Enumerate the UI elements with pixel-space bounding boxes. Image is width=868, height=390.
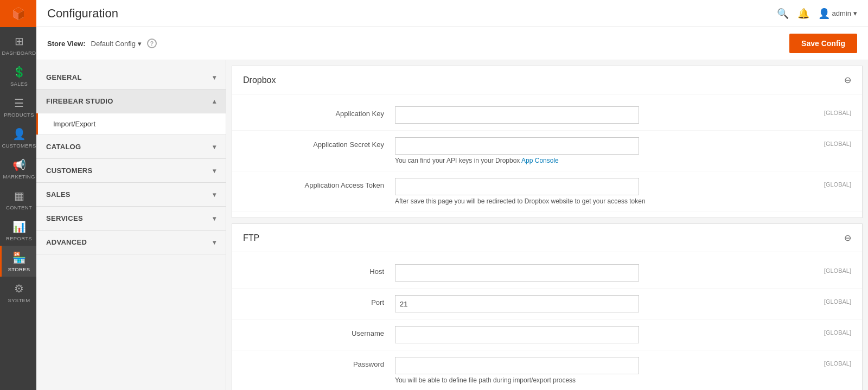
ftp-password-hint: You will be able to define file path dur… [395, 376, 808, 384]
firebear-section-label: FIREBEAR STUDIO [46, 97, 113, 105]
sidebar-item-sales[interactable]: 💲 SALES [0, 60, 36, 91]
store-view-label: Store View: [47, 40, 86, 48]
dropbox-panel-title: Dropbox [243, 75, 276, 85]
advanced-section-header[interactable]: ADVANCED ▾ [36, 231, 226, 254]
application-access-token-input-wrap: After save this page you will be redirec… [395, 178, 808, 205]
application-secret-key-label: Application Secret Key [243, 137, 395, 149]
general-chevron-icon: ▾ [213, 74, 216, 81]
user-avatar-icon: 👤 [818, 8, 830, 20]
sidebar-item-stores[interactable]: 🏪 STORES [0, 246, 36, 277]
ftp-host-input[interactable] [395, 264, 639, 282]
ftp-port-label: Port [243, 295, 395, 306]
ftp-username-row: Username [GLOBAL] [232, 319, 862, 350]
ftp-port-input-wrap [395, 295, 808, 312]
config-sidebar: GENERAL ▾ FIREBEAR STUDIO ▴ Import/Expor… [36, 60, 226, 390]
topbar-actions: 🔍 🔔 👤 admin ▾ [777, 8, 857, 20]
application-key-input-wrap [395, 106, 808, 124]
stores-icon: 🏪 [12, 251, 26, 264]
config-content: Dropbox ⊖ Application Key [GLOBAL] [226, 60, 868, 390]
application-access-token-label: Application Access Token [243, 178, 395, 189]
ftp-username-input[interactable] [395, 326, 639, 343]
store-view-chevron-icon: ▾ [138, 40, 142, 48]
config-section-firebear: FIREBEAR STUDIO ▴ Import/Export [36, 89, 226, 135]
sidebar-item-label: STORES [8, 266, 30, 272]
marketing-icon: 📢 [12, 158, 26, 171]
logo[interactable] [0, 0, 36, 27]
application-secret-key-hint: You can find your API keys in your Dropb… [395, 157, 808, 164]
user-dropdown-arrow: ▾ [853, 9, 857, 17]
sidebar: ⊞ DASHBOARD 💲 SALES ☰ PRODUCTS 👤 CUSTOME… [0, 0, 36, 390]
page-title: Configuration [47, 7, 118, 21]
config-section-sales: SALES ▾ [36, 183, 226, 207]
ftp-password-label: Password [243, 357, 395, 368]
config-section-catalog: CATALOG ▾ [36, 135, 226, 159]
ftp-host-row: Host [GLOBAL] [232, 258, 862, 289]
notifications-icon[interactable]: 🔔 [797, 8, 809, 20]
advanced-section-label: ADVANCED [46, 238, 87, 246]
application-secret-key-input[interactable] [395, 137, 639, 155]
sales-section-header[interactable]: SALES ▾ [36, 183, 226, 206]
sales-chevron-icon: ▾ [213, 191, 216, 199]
general-section-header[interactable]: GENERAL ▾ [36, 66, 226, 89]
import-export-label: Import/Export [53, 120, 95, 128]
sidebar-item-label: PRODUCTS [4, 112, 34, 118]
dropbox-collapse-button[interactable]: ⊖ [844, 75, 851, 85]
sidebar-item-dashboard[interactable]: ⊞ DASHBOARD [0, 29, 36, 60]
save-config-button[interactable]: Save Config [789, 34, 857, 53]
customers-icon: 👤 [12, 127, 26, 140]
config-section-services: SERVICES ▾ [36, 207, 226, 231]
ftp-password-scope: [GLOBAL] [808, 357, 851, 367]
dashboard-icon: ⊞ [15, 35, 24, 48]
sales-section-label: SALES [46, 190, 71, 199]
system-icon: ⚙ [14, 282, 24, 295]
search-icon[interactable]: 🔍 [777, 8, 789, 20]
sidebar-item-customers[interactable]: 👤 CUSTOMERS [0, 122, 36, 153]
ftp-host-scope: [GLOBAL] [808, 264, 851, 274]
ftp-password-input-wrap: You will be able to define file path dur… [395, 357, 808, 384]
ftp-username-scope: [GLOBAL] [808, 326, 851, 336]
catalog-section-header[interactable]: CATALOG ▾ [36, 135, 226, 158]
application-access-token-scope: [GLOBAL] [808, 178, 851, 188]
app-console-link[interactable]: App Console [521, 157, 559, 164]
store-view-select[interactable]: Default Config ▾ [91, 40, 142, 48]
customers-chevron-icon: ▾ [213, 167, 216, 175]
sidebar-item-content[interactable]: ▦ CONTENT [0, 184, 36, 215]
sidebar-item-system[interactable]: ⚙ SYSTEM [0, 277, 36, 308]
application-access-token-hint: After save this page you will be redirec… [395, 197, 808, 205]
page-body: GENERAL ▾ FIREBEAR STUDIO ▴ Import/Expor… [36, 60, 868, 390]
sidebar-item-marketing[interactable]: 📢 MARKETING [0, 153, 36, 184]
application-key-scope: [GLOBAL] [808, 106, 851, 116]
sidebar-item-reports[interactable]: 📊 REPORTS [0, 215, 36, 246]
import-export-item[interactable]: Import/Export [36, 113, 226, 135]
application-access-token-row: Application Access Token After save this… [232, 171, 862, 212]
firebear-section-header[interactable]: FIREBEAR STUDIO ▴ [36, 89, 226, 113]
catalog-section-label: CATALOG [46, 143, 81, 151]
help-icon[interactable]: ? [147, 39, 157, 48]
ftp-port-input[interactable] [395, 295, 639, 312]
store-view-left: Store View: Default Config ▾ ? [47, 39, 157, 48]
dropbox-panel-header: Dropbox ⊖ [232, 66, 862, 94]
application-access-token-input[interactable] [395, 178, 639, 195]
ftp-password-input[interactable] [395, 357, 639, 374]
store-view-value: Default Config [91, 40, 136, 48]
user-menu[interactable]: 👤 admin ▾ [818, 8, 857, 20]
sidebar-item-products[interactable]: ☰ PRODUCTS [0, 91, 36, 122]
services-section-header[interactable]: SERVICES ▾ [36, 207, 226, 230]
ftp-collapse-button[interactable]: ⊖ [844, 233, 851, 243]
services-section-label: SERVICES [46, 214, 83, 222]
config-section-advanced: ADVANCED ▾ [36, 231, 226, 254]
ftp-panel-header: FTP ⊖ [232, 224, 862, 252]
application-key-input[interactable] [395, 106, 639, 124]
customers-section-header[interactable]: CUSTOMERS ▾ [36, 159, 226, 182]
application-key-row: Application Key [GLOBAL] [232, 100, 862, 131]
config-section-general: GENERAL ▾ [36, 66, 226, 89]
sidebar-item-label: DASHBOARD [2, 50, 36, 56]
content-icon: ▦ [14, 189, 24, 202]
ftp-host-label: Host [243, 264, 395, 276]
ftp-username-label: Username [243, 326, 395, 337]
ftp-port-row: Port [GLOBAL] [232, 289, 862, 319]
products-icon: ☰ [14, 97, 24, 110]
ftp-port-scope: [GLOBAL] [808, 295, 851, 305]
sidebar-item-label: REPORTS [6, 235, 32, 241]
application-secret-key-row: Application Secret Key You can find your… [232, 131, 862, 171]
